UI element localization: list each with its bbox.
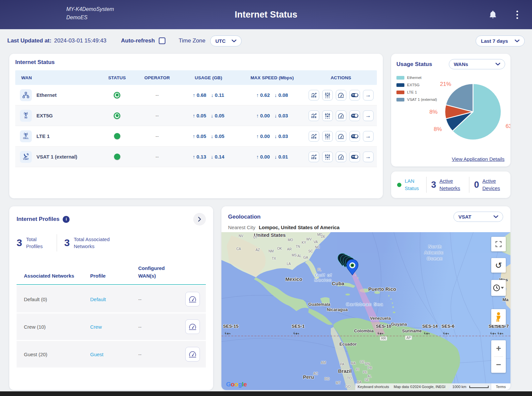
profile-link[interactable]: Default xyxy=(90,297,138,302)
profile-link[interactable]: Crew xyxy=(90,324,138,330)
time-zone-select[interactable]: UTC xyxy=(210,35,242,46)
upload-arrow-icon: ↑ xyxy=(193,92,196,98)
satellite-icon[interactable] xyxy=(443,331,449,336)
wan-settings-button[interactable] xyxy=(322,90,333,100)
status-connected-icon xyxy=(114,133,120,139)
satellite-label-ses-15[interactable]: SES-15 xyxy=(223,324,239,329)
page-title: Internet Status xyxy=(0,10,532,20)
upload-arrow-icon: ↑ xyxy=(256,154,259,160)
wan-enable-toggle[interactable]: ON xyxy=(349,90,360,100)
legend-label: EXT5G xyxy=(407,83,420,87)
total-profiles-count: 3 xyxy=(17,237,22,248)
fullscreen-button[interactable] xyxy=(491,237,506,251)
view-application-details-link[interactable]: View Application Details xyxy=(452,156,504,162)
col-usage: USAGE (GB) xyxy=(178,75,239,80)
vessel-marker-cluster[interactable] xyxy=(335,251,365,283)
date-range-select[interactable]: Last 7 days xyxy=(476,35,525,46)
time-slider-button[interactable] xyxy=(491,280,506,296)
wan-settings-button[interactable] xyxy=(322,131,333,142)
zoom-out-button[interactable]: − xyxy=(491,357,506,373)
pegman-control[interactable] xyxy=(491,309,506,325)
last-updated-value: 2024-03-01 15:49:43 xyxy=(54,37,106,44)
wan-settings-button[interactable] xyxy=(322,110,333,121)
terms-link[interactable]: Terms xyxy=(491,383,510,390)
time-zone-value: UTC xyxy=(215,38,226,44)
active-networks-count: 3 xyxy=(431,180,436,190)
zoom-in-button[interactable]: + xyxy=(491,340,506,357)
wan-details-button[interactable]: → xyxy=(363,110,374,121)
profile-link[interactable]: Guest xyxy=(90,352,138,357)
wan-settings-button[interactable] xyxy=(322,152,333,162)
zoom-control: + − xyxy=(491,340,506,373)
map-label-state: FL xyxy=(318,268,322,272)
map-label-state: AL xyxy=(297,254,301,258)
reset-orientation-button[interactable]: ↺ xyxy=(491,258,506,273)
col-associated-networks: Associated Networks xyxy=(24,272,90,280)
wan-speedtest-button[interactable] xyxy=(336,131,346,142)
map-scale-text: 1000 km xyxy=(450,385,469,389)
keyboard-shortcuts-link[interactable]: Keyboard shortcuts xyxy=(355,385,391,389)
auto-refresh-checkbox[interactable] xyxy=(159,37,165,44)
satellite-icon[interactable] xyxy=(377,331,384,336)
satellite-icon[interactable] xyxy=(224,331,231,336)
satellite-label-ses-1[interactable]: SES-1 xyxy=(292,324,305,329)
satellite-label-ses-6[interactable]: SES-6 xyxy=(442,324,454,329)
geolocation-card: Geolocation VSAT Nearest City Lompoc, Un… xyxy=(221,206,510,390)
wan-enable-toggle[interactable]: ON xyxy=(349,152,360,162)
info-icon[interactable]: i xyxy=(63,216,70,223)
wan-details-button[interactable]: → xyxy=(363,152,374,162)
internet-status-dashboard: MY-K4DemoSystem DemoES Internet Status L… xyxy=(0,0,532,396)
status-connected-icon xyxy=(114,112,120,119)
satellite-icon[interactable] xyxy=(497,331,504,336)
upload-arrow-icon: ↑ xyxy=(193,113,195,118)
download-arrow-icon: ↓ xyxy=(274,113,277,118)
col-status: STATUS xyxy=(97,75,137,80)
map-label-state: OK xyxy=(277,247,282,250)
profile-speedtest-button[interactable] xyxy=(185,319,200,334)
legend-swatch-ext5g xyxy=(396,83,404,87)
auto-refresh-label: Auto-refresh xyxy=(121,37,155,44)
active-devices-link[interactable]: Active Devices xyxy=(482,177,504,192)
map-label-country: Ecuador xyxy=(339,342,357,347)
wan-analytics-button[interactable] xyxy=(309,90,319,100)
wan-speedtest-button[interactable] xyxy=(336,90,346,100)
wan-details-button[interactable]: → xyxy=(363,131,374,142)
wan-name: VSAT 1 (external) xyxy=(36,154,77,160)
map-label-state: RO xyxy=(325,377,329,381)
google-map[interactable]: United StatesMexicoCubaPuerto RicoGuatem… xyxy=(221,232,510,390)
map-label-state: TO xyxy=(347,376,352,380)
wan-row: 5GEXT5G--↑ 0.05↓ 0.05↑ 0.00↓ 0.03ON→ xyxy=(15,105,377,126)
wan-type-icon: 5G xyxy=(20,110,32,122)
notifications-bell-icon[interactable] xyxy=(489,10,497,19)
satellite-label-ses-10[interactable]: SES-10 xyxy=(376,324,391,329)
lan-status-dot xyxy=(397,183,401,187)
satellite-icon[interactable] xyxy=(490,331,497,336)
associated-network: Crew (10) xyxy=(24,324,90,330)
map-label-state: WV xyxy=(306,237,312,241)
legend-item: VSAT 1 (external) xyxy=(396,98,437,101)
wan-analytics-button[interactable] xyxy=(309,131,319,142)
wan-enable-toggle[interactable]: ON xyxy=(349,131,360,142)
profile-row: Default (0)Default-- xyxy=(17,286,206,312)
wan-row: Ethernet--↑ 0.68↓ 0.11↑ 0.62↓ 0.08ON→ xyxy=(15,85,377,105)
satellite-icon[interactable] xyxy=(293,331,300,336)
wan-details-button[interactable]: → xyxy=(363,90,374,100)
overflow-menu-icon[interactable] xyxy=(516,11,518,19)
wan-analytics-button[interactable] xyxy=(309,110,319,121)
geolocation-title: Geolocation xyxy=(228,214,261,220)
wan-speedtest-button[interactable] xyxy=(336,110,346,121)
wan-speedtest-button[interactable] xyxy=(336,152,346,162)
expand-profiles-button[interactable] xyxy=(193,213,206,226)
legend-item: LTE 1 xyxy=(396,90,437,94)
map-label-state: CA xyxy=(236,247,241,251)
wan-analytics-button[interactable] xyxy=(309,152,319,162)
map-label-state: AM xyxy=(321,361,326,364)
fullscreen-icon xyxy=(496,241,502,247)
profile-speedtest-button[interactable] xyxy=(185,292,200,306)
profile-speedtest-button[interactable] xyxy=(185,347,200,362)
satellite-icon[interactable] xyxy=(424,331,430,336)
geolocation-source-select[interactable]: VSAT xyxy=(453,212,503,222)
active-networks-link[interactable]: Active Networks xyxy=(440,177,465,192)
satellite-label-ses-14[interactable]: SES-14 xyxy=(422,324,438,329)
wan-enable-toggle[interactable]: ON xyxy=(349,110,360,121)
